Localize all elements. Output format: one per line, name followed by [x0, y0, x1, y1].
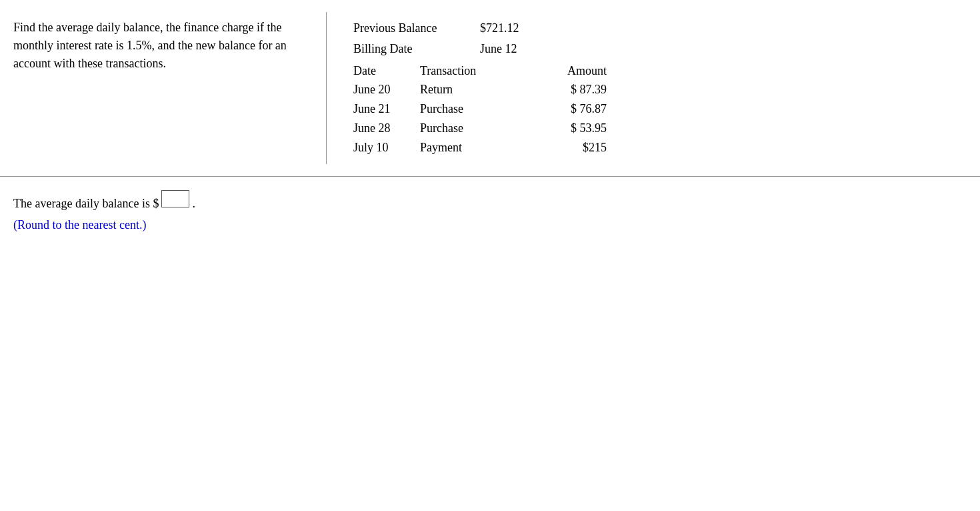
col-header-date: Date — [353, 61, 420, 81]
problem-text: Find the average daily balance, the fina… — [13, 21, 287, 70]
row-amount: $ 87.39 — [527, 80, 607, 99]
table-row: July 10Payment$215 — [353, 138, 960, 157]
answer-section: The average daily balance is $ . (Round … — [0, 177, 980, 243]
row-date: June 21 — [353, 99, 420, 119]
answer-input[interactable] — [161, 190, 189, 207]
row-transaction: Payment — [420, 138, 527, 157]
row-date: June 28 — [353, 119, 420, 138]
previous-balance-value: $721.12 — [480, 19, 547, 38]
problem-statement: Find the average daily balance, the fina… — [0, 12, 327, 164]
previous-balance-label: Previous Balance — [353, 19, 453, 38]
row-amount: $ 76.87 — [527, 99, 607, 119]
answer-label-after: . — [192, 193, 195, 214]
table-row: June 28Purchase$ 53.95 — [353, 119, 960, 138]
transaction-info: Previous Balance $721.12 Billing Date Ju… — [327, 12, 980, 164]
answer-label-before: The average daily balance is $ — [13, 193, 159, 214]
billing-date-value: June 12 — [480, 39, 547, 59]
row-date: July 10 — [353, 138, 420, 157]
table-row: June 21Purchase$ 76.87 — [353, 99, 960, 119]
row-date: June 20 — [353, 80, 420, 99]
row-transaction: Purchase — [420, 99, 527, 119]
billing-date-label: Billing Date — [353, 39, 453, 59]
table-row: June 20Return$ 87.39 — [353, 80, 960, 99]
row-amount: $215 — [527, 138, 607, 157]
round-note: (Round to the nearest cent.) — [13, 214, 967, 235]
row-transaction: Purchase — [420, 119, 527, 138]
col-header-transaction: Transaction — [420, 61, 527, 81]
row-transaction: Return — [420, 80, 527, 99]
col-header-amount: Amount — [527, 61, 607, 81]
row-amount: $ 53.95 — [527, 119, 607, 138]
